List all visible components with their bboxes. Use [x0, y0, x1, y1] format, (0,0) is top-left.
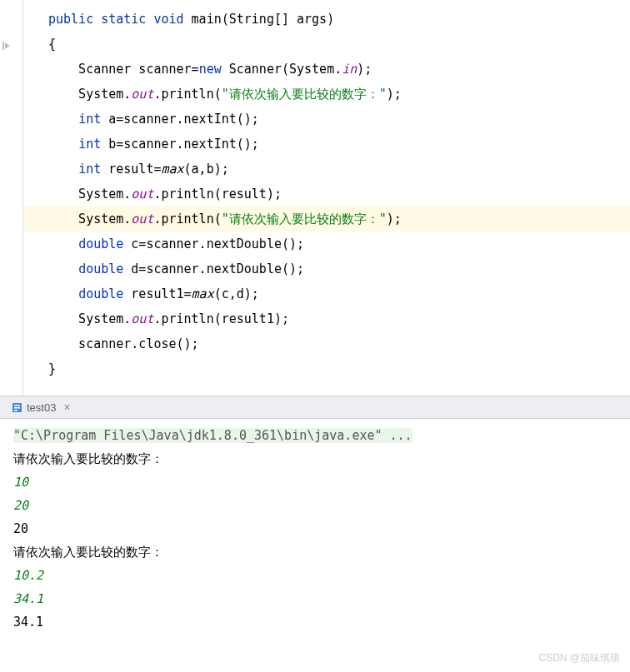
svg-rect-1 [14, 405, 20, 406]
close-icon[interactable]: × [63, 401, 70, 414]
code-line: int result=max(a,b); [23, 157, 630, 182]
console-output[interactable]: "C:\Program Files\Java\jdk1.8.0_361\bin\… [0, 419, 630, 639]
tab-label: test03 [27, 401, 56, 414]
console-line: 34.1 [13, 610, 617, 634]
code-line: Scanner scanner=new Scanner(System.in); [23, 57, 630, 82]
editor-gutter [0, 0, 23, 396]
console-line: 10.2 [13, 564, 617, 587]
code-line: { [23, 32, 630, 57]
code-line: int a=scanner.nextInt(); [23, 107, 630, 132]
collapse-marker-icon[interactable] [2, 35, 13, 47]
console-line: 20 [13, 517, 617, 540]
svg-rect-3 [14, 410, 18, 411]
code-line: System.out.println(result1); [23, 306, 630, 331]
console-line: 20 [13, 494, 617, 517]
console-tab-bar: test03 × [0, 396, 630, 419]
console-line: 34.1 [13, 587, 617, 610]
run-config-icon [12, 402, 22, 413]
code-line: scanner.close(); [23, 331, 630, 356]
code-line: System.out.println(result); [23, 182, 630, 207]
console-line: 10 [13, 470, 617, 494]
watermark: CSDN @茄味琪琪 [538, 651, 620, 665]
tab-test03[interactable]: test03 × [5, 398, 78, 416]
console-line: 请依次输入要比较的数字： [13, 540, 617, 564]
code-line: double d=scanner.nextDouble(); [23, 256, 630, 281]
code-line: System.out.println("请依次输入要比较的数字："); [23, 82, 630, 107]
code-line: double result1=max(c,d); [23, 281, 630, 306]
svg-rect-2 [14, 407, 20, 409]
code-editor[interactable]: public static void main(String[] args) {… [0, 0, 630, 396]
console-line: 请依次输入要比较的数字： [13, 447, 617, 470]
code-line: } [23, 356, 630, 381]
code-line: int b=scanner.nextInt(); [23, 132, 630, 157]
code-line: public static void main(String[] args) [23, 7, 630, 32]
code-line: double c=scanner.nextDouble(); [23, 231, 630, 256]
code-line-highlighted: System.out.println("请依次输入要比较的数字："); [23, 207, 630, 231]
console-line: "C:\Program Files\Java\jdk1.8.0_361\bin\… [13, 424, 617, 447]
